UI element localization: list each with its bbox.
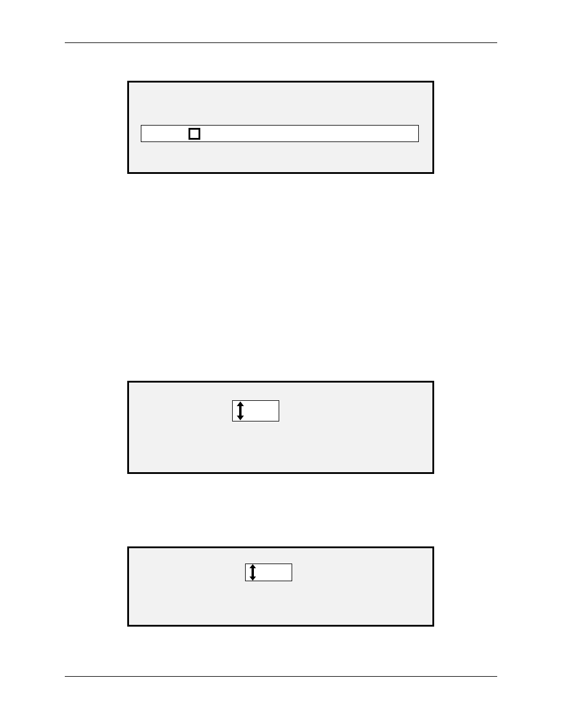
figure-1-bar [141, 125, 419, 142]
figure-panel-3 [127, 546, 434, 627]
top-horizontal-rule [65, 42, 497, 43]
figure-3-value-box [245, 564, 292, 581]
figure-panel-1 [127, 81, 434, 174]
figure-2-value-box [232, 400, 279, 421]
document-page [0, 0, 562, 728]
figure-1-marker-square [189, 128, 200, 140]
bottom-horizontal-rule [65, 676, 497, 677]
figure-panel-2 [127, 381, 434, 474]
